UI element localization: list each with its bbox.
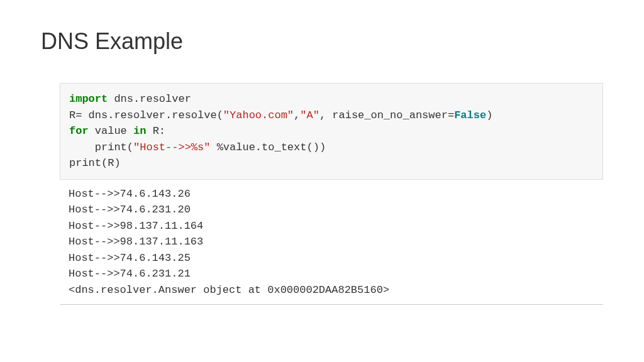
output-block: Host-->>74.6.143.26 Host-->>74.6.231.20 …	[60, 180, 603, 305]
keyword-in: in	[133, 125, 146, 137]
string-literal: "Yahoo.com"	[223, 109, 294, 121]
output-line: Host-->>74.6.143.25	[69, 252, 191, 264]
string-literal: "Host-->>%s"	[133, 141, 210, 153]
code-text: ,	[294, 109, 300, 121]
code-text: R:	[146, 125, 165, 137]
slide-title: DNS Example	[41, 28, 603, 55]
output-line: Host-->>74.6.231.21	[69, 268, 191, 280]
code-block: import dns.resolver R= dns.resolver.reso…	[60, 83, 603, 180]
keyword-import: import	[69, 93, 108, 105]
output-line: Host-->>74.6.143.26	[69, 188, 191, 200]
keyword-for: for	[69, 125, 89, 137]
code-text: , raise_on_no_answer=	[319, 109, 454, 121]
code-text: )	[486, 109, 492, 121]
keyword-false: False	[454, 109, 486, 121]
output-line: Host-->>98.137.11.163	[69, 236, 203, 248]
code-text: print(R)	[69, 157, 121, 169]
output-line: Host-->>98.137.11.164	[69, 220, 203, 232]
string-literal: "A"	[300, 109, 319, 121]
code-text: %value.to_text())	[210, 141, 326, 153]
code-text: value	[89, 125, 133, 137]
code-text: R= dns.resolver.resolve(	[69, 109, 223, 121]
output-line: Host-->>74.6.231.20	[69, 204, 191, 216]
output-line: <dns.resolver.Answer object at 0x000002D…	[69, 284, 389, 296]
code-text: dns.resolver	[108, 93, 191, 105]
code-text: print(	[69, 141, 133, 153]
